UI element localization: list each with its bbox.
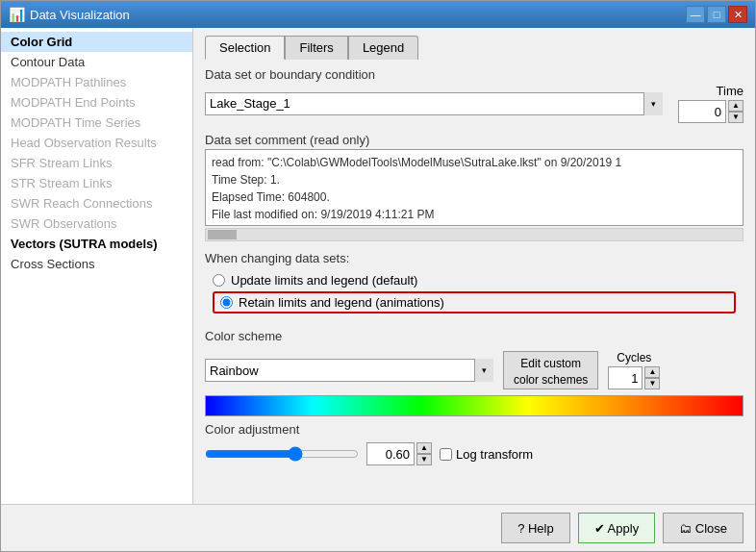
radio-update-text: Update limits and legend (default): [231, 273, 417, 288]
sidebar-item-sfr-stream: SFR Stream Links: [1, 153, 192, 173]
sidebar-item-modpath-pathlines: MODPATH Pathlines: [1, 72, 192, 92]
cycles-section: Cycles ▲ ▼: [608, 351, 660, 389]
cycles-spin-up[interactable]: ▲: [644, 366, 660, 378]
rainbow-color-bar: [205, 395, 743, 416]
comment-box: read from: "C:\Colab\GWModelTools\ModelM…: [205, 149, 743, 226]
color-scheme-select-wrapper: Rainbow ▾: [205, 359, 493, 382]
minimize-button[interactable]: —: [686, 6, 705, 23]
color-scheme-row: Rainbow ▾ Edit customcolor schemes Cycle…: [205, 351, 743, 389]
adj-spinner: ▲ ▼: [416, 442, 432, 465]
radio-update[interactable]: [213, 274, 225, 287]
color-scheme-label: Color scheme: [205, 329, 743, 343]
main-content: Color GridContour DataMODPATH PathlinesM…: [1, 28, 755, 504]
right-panel: SelectionFiltersLegend Data set or bound…: [193, 28, 755, 504]
bottom-bar: ? Help ✔ Apply 🗂 Close: [1, 504, 755, 551]
sidebar-item-modpath-endpoints: MODPATH End Points: [1, 92, 192, 113]
log-transform-label[interactable]: Log transform: [440, 447, 533, 462]
time-input[interactable]: [678, 100, 726, 123]
adj-input-wrap: ▲ ▼: [366, 442, 432, 465]
scrollbar-thumb[interactable]: [208, 230, 237, 239]
color-scheme-section: Color scheme Rainbow ▾ Edit customcolor …: [205, 329, 743, 465]
apply-button[interactable]: ✔ Apply: [578, 513, 655, 543]
cycles-spin-down[interactable]: ▼: [644, 378, 660, 389]
horizontal-scrollbar[interactable]: [205, 228, 743, 241]
tab-selection[interactable]: Selection: [205, 36, 285, 60]
radio-retain-text: Retain limits and legend (animations): [239, 295, 444, 310]
sidebar-item-swr-reach: SWR Reach Connections: [1, 193, 192, 213]
edit-custom-colors-button[interactable]: Edit customcolor schemes: [503, 351, 598, 389]
dataset-select[interactable]: Lake_Stage_1: [205, 92, 663, 115]
time-section: Time ▲ ▼: [678, 84, 743, 123]
tab-legend[interactable]: Legend: [348, 36, 418, 60]
color-adj-label: Color adjustment: [205, 422, 743, 437]
comment-label: Data set comment (read only): [205, 133, 743, 147]
color-adjustment-section: Color adjustment ▲: [205, 422, 743, 465]
time-spinner: ▲ ▼: [728, 100, 743, 123]
adj-spin-up[interactable]: ▲: [416, 442, 432, 454]
cycles-label: Cycles: [617, 351, 651, 364]
when-changing-label: When changing data sets:: [205, 251, 743, 265]
retain-box: Retain limits and legend (animations): [213, 291, 736, 314]
sidebar-item-swr-obs: SWR Observations: [1, 213, 192, 234]
sidebar-item-vectors[interactable]: Vectors (SUTRA models): [1, 234, 192, 254]
main-window: 📊 Data Visualization — □ ✕ Color GridCon…: [0, 0, 756, 552]
tab-filters[interactable]: Filters: [285, 36, 347, 60]
comment-section: Data set comment (read only) read from: …: [205, 133, 743, 241]
log-transform-text: Log transform: [456, 447, 533, 462]
maximize-button[interactable]: □: [707, 6, 726, 23]
app-icon: 📊: [9, 7, 24, 22]
close-button[interactable]: 🗂 Close: [663, 513, 743, 543]
radio-retain[interactable]: [220, 296, 233, 309]
radio-update-label[interactable]: Update limits and legend (default): [213, 273, 736, 288]
log-transform-checkbox[interactable]: [440, 448, 452, 461]
dataset-label: Data set or boundary condition: [205, 67, 743, 82]
dataset-select-wrapper: Lake_Stage_1 ▾: [205, 92, 663, 115]
window-controls: — □ ✕: [686, 6, 747, 23]
sidebar-item-head-obs: Head Observation Results: [1, 133, 192, 153]
sidebar-item-modpath-timeseries: MODPATH Time Series: [1, 113, 192, 133]
color-scheme-select[interactable]: Rainbow: [205, 359, 493, 382]
radio-group: Update limits and legend (default) Retai…: [205, 267, 743, 319]
title-bar: 📊 Data Visualization — □ ✕: [1, 1, 755, 28]
radio-retain-label[interactable]: Retain limits and legend (animations): [220, 295, 728, 310]
color-adj-row: ▲ ▼ Log transform: [205, 442, 743, 465]
help-button[interactable]: ? Help: [501, 513, 570, 543]
title-bar-left: 📊 Data Visualization: [9, 7, 130, 22]
window-title: Data Visualization: [30, 8, 130, 22]
time-spin-up[interactable]: ▲: [728, 100, 743, 112]
cycles-input[interactable]: [608, 366, 643, 389]
color-adj-slider[interactable]: [205, 446, 359, 462]
adj-spin-down[interactable]: ▼: [416, 454, 432, 465]
time-label: Time: [717, 84, 743, 98]
cycles-spinner: ▲ ▼: [644, 366, 660, 389]
tabs: SelectionFiltersLegend: [205, 36, 743, 60]
time-spin-down[interactable]: ▼: [728, 112, 743, 123]
tab-content-selection: Data set or boundary condition Lake_Stag…: [205, 67, 743, 496]
sidebar: Color GridContour DataMODPATH PathlinesM…: [1, 28, 193, 504]
sidebar-item-color-grid[interactable]: Color Grid: [1, 32, 192, 52]
sidebar-item-contour-data[interactable]: Contour Data: [1, 52, 192, 72]
sidebar-item-cross-sections[interactable]: Cross Sections: [1, 254, 192, 274]
dataset-row: Lake_Stage_1 ▾ Time ▲ ▼: [205, 84, 743, 123]
time-input-wrap: ▲ ▼: [678, 100, 743, 123]
sidebar-item-str-stream: STR Stream Links: [1, 173, 192, 193]
close-window-button[interactable]: ✕: [728, 6, 747, 23]
when-changing-section: When changing data sets: Update limits a…: [205, 251, 743, 319]
color-adj-slider-wrap: [205, 444, 359, 464]
dataset-section: Data set or boundary condition Lake_Stag…: [205, 67, 743, 123]
cycles-input-wrap: ▲ ▼: [608, 366, 660, 389]
comment-text: read from: "C:\Colab\GWModelTools\ModelM…: [212, 154, 737, 223]
adj-value-input[interactable]: [366, 442, 415, 465]
